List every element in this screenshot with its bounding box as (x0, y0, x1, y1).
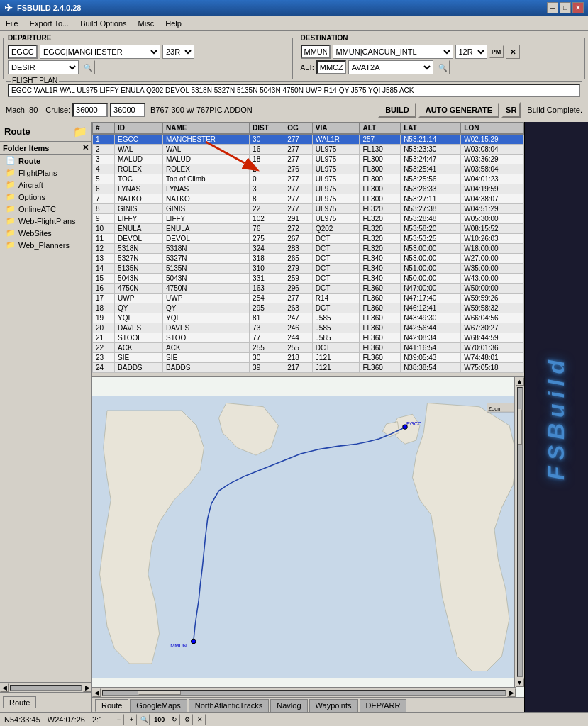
col-og: OG (284, 123, 313, 135)
table-row[interactable]: 12 5318N 5318N 324 283 DCT FL320 N53:00:… (93, 244, 524, 254)
cell-og: 246 (284, 323, 313, 333)
cell-og: 244 (284, 333, 313, 343)
table-row[interactable]: 15 5043N 5043N 331 259 DCT FL340 N50:00:… (93, 274, 524, 284)
departure-runway-select[interactable]: 23R (162, 45, 194, 59)
table-row[interactable]: 4 ROLEX ROLEX 2 276 UL975 FL300 N53:25:4… (93, 164, 524, 174)
table-row[interactable]: 1 EGCC MANCHESTER 30 277 WAL1R 257 N53:2… (93, 134, 524, 145)
tab-route[interactable]: Route (95, 699, 128, 712)
pm-button[interactable]: PM (489, 45, 504, 58)
destination-close-button[interactable]: ✕ (506, 45, 520, 59)
close-button[interactable]: ✕ (572, 2, 584, 13)
zoom-out-button[interactable]: − (113, 714, 124, 725)
destination-name-select[interactable]: MMUN|CANCUN_INTL (333, 45, 453, 59)
table-row[interactable]: 20 DAVES DAVES 73 246 J585 FL360 N42:56:… (93, 323, 524, 333)
cruise-input-2[interactable] (110, 103, 145, 117)
refresh-button[interactable]: ↻ (169, 714, 180, 725)
route-bottom-tab[interactable]: Route (3, 696, 36, 708)
map-hscrollbar[interactable]: ◀ ▶ (92, 687, 516, 697)
sidebar-item-options[interactable]: 📁 Options (0, 191, 91, 203)
map-vscrollbar[interactable]: ▲ ▼ (514, 377, 524, 687)
tab-northatlantictracks[interactable]: NorthAtlanticTracks (189, 699, 270, 712)
status-lon: W24:07:26 (48, 715, 85, 724)
destination-icao[interactable] (301, 45, 331, 59)
zoom-in-button[interactable]: + (126, 714, 137, 725)
menu-help[interactable]: Help (160, 18, 187, 29)
map-scroll-right[interactable]: ▶ (507, 688, 516, 697)
map-scroll-up[interactable]: ▲ (516, 377, 524, 386)
autogenerate-button[interactable]: AUTO GENERATE (418, 102, 499, 118)
cell-og: 277 (284, 155, 313, 164)
maximize-button[interactable]: □ (560, 2, 571, 13)
map-scroll-left[interactable]: ◀ (92, 688, 101, 697)
table-row[interactable]: 23 SIE SIE 30 218 J121 FL360 N39:05:43 W… (93, 353, 524, 363)
table-row[interactable]: 3 MALUD MALUD 18 277 UL975 FL300 N53:24:… (93, 155, 524, 164)
tab-waypoints[interactable]: Waypoints (309, 699, 358, 712)
search-map-button[interactable]: 🔍 (138, 714, 150, 725)
table-row[interactable]: 18 QY QY 295 263 DCT FL360 N46:12:41 W59… (93, 303, 524, 313)
cell-dist: 254 (250, 294, 284, 303)
tab-deparr[interactable]: DEP/ARR (360, 699, 407, 712)
cruise-input-1[interactable] (72, 103, 108, 117)
sidebar-item-web-flightplans[interactable]: 📁 Web-FlightPlans (0, 215, 91, 227)
sidebar-item-websites[interactable]: 📁 WebSites (0, 227, 91, 239)
destination-runway-select[interactable]: 12R (455, 45, 487, 59)
cell-lon: W27:00:00 (461, 254, 524, 264)
table-row[interactable]: 14 5135N 5135N 310 279 DCT FL340 N51:00:… (93, 264, 524, 274)
departure-search-button[interactable]: 🔍 (81, 60, 95, 74)
sidebar-item-aircraft[interactable]: 📁 Aircraft (0, 179, 91, 191)
menu-export[interactable]: Export To... (24, 18, 74, 29)
sidebar-item-onlineatc[interactable]: 📁 OnlineATC (0, 203, 91, 215)
table-row[interactable]: 13 5327N 5327N 318 265 DCT FL340 N53:00:… (93, 254, 524, 264)
table-row[interactable]: 8 GINIS GINIS 22 277 UL975 FL320 N53:27:… (93, 204, 524, 214)
sidebar-item-route[interactable]: 📄 Route (0, 155, 91, 167)
table-row[interactable]: 22 ACK ACK 255 255 DCT FL360 N41:16:54 W… (93, 343, 524, 353)
table-row[interactable]: 5 TOC Top of Climb 0 277 UL975 FL300 N53… (93, 174, 524, 184)
tab-navlog[interactable]: Navlog (270, 699, 307, 712)
table-row[interactable]: 17 UWP UWP 254 277 R14 FL360 N47:17:40 W… (93, 294, 524, 303)
map-area[interactable]: EGCC MMUN Zoom ◀ ▶ (92, 377, 524, 697)
departure-icao[interactable] (8, 45, 38, 59)
table-row[interactable]: 16 4750N 4750N 163 296 DCT FL360 N47:00:… (93, 284, 524, 294)
alt-icao[interactable] (316, 60, 346, 74)
destination-star-select[interactable]: AVAT2A (348, 60, 433, 74)
folder-items-close[interactable]: ✕ (82, 143, 89, 152)
center-area: # ID NAME DIST OG VIA ALT LAT LON 1 (92, 122, 524, 712)
table-row[interactable]: 24 BADDS BADDS 39 217 J121 FL360 N38:38:… (93, 363, 524, 373)
scroll-left-btn[interactable]: ◀ (0, 683, 9, 692)
minimize-button[interactable]: ─ (547, 2, 558, 13)
tab-googlemaps[interactable]: GoogleMaps (130, 699, 187, 712)
destination-search-button[interactable]: 🔍 (436, 60, 450, 74)
menu-file[interactable]: File (0, 18, 24, 29)
zoom-100-button[interactable]: 100 (151, 714, 167, 725)
sidebar-item-web-planners[interactable]: 📁 Web_Planners (0, 239, 91, 251)
sidebar-webplanners-label: Web_Planners (18, 241, 70, 250)
departure-name-select[interactable]: EGCC|MANCHESTER (40, 45, 160, 59)
map-vscroll-thumb[interactable] (518, 409, 522, 445)
table-row[interactable]: 19 YQI YQI 81 247 J585 FL360 N43:49:30 W… (93, 313, 524, 323)
sr-button[interactable]: SR (501, 102, 521, 118)
left-hscrollbar[interactable]: ◀ ▶ (0, 682, 91, 692)
cell-lon: W18:00:00 (461, 244, 524, 254)
table-row[interactable]: 10 ENULA ENULA 76 272 Q202 FL320 N53:58:… (93, 224, 524, 234)
table-row[interactable]: 2 WAL WAL 16 277 UL975 FL130 N53:23:30 W… (93, 145, 524, 155)
table-row[interactable]: 11 DEVOL DEVOL 275 267 DCT FL320 N53:53:… (93, 234, 524, 244)
table-row[interactable]: 6 LYNAS LYNAS 3 277 UL975 FL300 N53:26:3… (93, 184, 524, 194)
map-hscroll-thumb[interactable] (138, 691, 181, 695)
map-svg: EGCC MMUN Zoom (92, 377, 524, 697)
departure-sid-select[interactable]: DESIR (8, 60, 79, 74)
cell-dist: 163 (250, 284, 284, 294)
options-folder-icon: 📁 (6, 192, 16, 201)
cell-name: LYNAS (163, 184, 250, 194)
menu-misc[interactable]: Misc (133, 18, 160, 29)
build-button[interactable]: BUILD (378, 102, 416, 118)
route-table-area[interactable]: # ID NAME DIST OG VIA ALT LAT LON 1 (92, 122, 524, 377)
scroll-right-btn[interactable]: ▶ (83, 683, 91, 692)
sidebar-item-flightplans[interactable]: 📁 FlightPlans (0, 167, 91, 179)
close-map-button[interactable]: ✕ (194, 714, 206, 725)
menu-build-options[interactable]: Build Options (74, 18, 132, 29)
table-row[interactable]: 9 LIFFY LIFFY 102 291 UL975 FL320 N53:28… (93, 214, 524, 224)
map-scroll-down[interactable]: ▼ (516, 678, 524, 687)
table-row[interactable]: 7 NATKO NATKO 8 277 UL975 FL300 N53:27:1… (93, 194, 524, 204)
settings-map-button[interactable]: ⚙ (182, 714, 193, 725)
table-row[interactable]: 21 STOOL STOOL 77 244 J585 FL360 N42:08:… (93, 333, 524, 343)
